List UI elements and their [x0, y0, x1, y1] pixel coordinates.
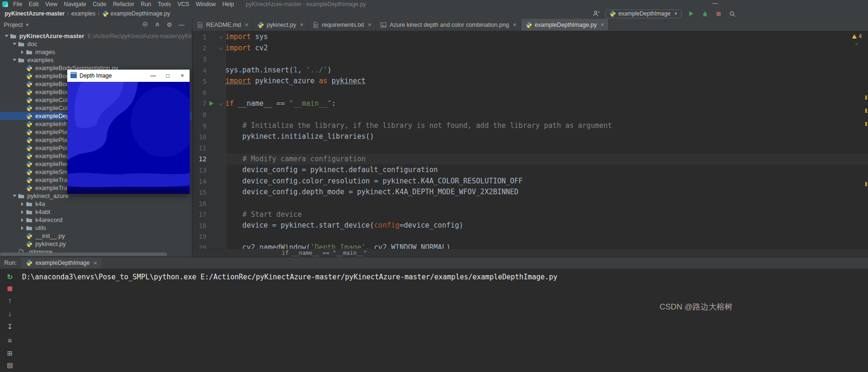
warning-stripe-mark[interactable] — [865, 182, 867, 186]
rerun-icon[interactable]: ↻ — [7, 273, 13, 281]
code-line[interactable]: 8 — [192, 109, 868, 120]
minimize-icon[interactable]: — — [146, 70, 160, 82]
code-line[interactable]: 12 # Modify camera configuration — [192, 154, 868, 165]
menu-help[interactable]: Help — [219, 0, 238, 8]
close-tab-icon[interactable]: × — [245, 21, 248, 28]
tree-item[interactable]: pyKinectAzure-masterE:\ActionRec\pyKinec… — [0, 32, 192, 40]
tree-item[interactable]: k4arecord — [0, 216, 192, 224]
editor-tab[interactable]: exampleDepthImage.py× — [521, 19, 609, 31]
code-line[interactable]: 7if __name__ == "__main__": — [192, 98, 868, 110]
expand-chevron-icon[interactable] — [19, 226, 26, 230]
close-tab-icon[interactable]: × — [94, 260, 97, 267]
run-button[interactable] — [687, 9, 695, 18]
minimize-window-icon[interactable]: — — [709, 0, 722, 7]
menu-view[interactable]: View — [42, 0, 61, 8]
tree-item[interactable]: images — [0, 48, 192, 56]
code-line[interactable]: 3 — [192, 54, 868, 65]
expand-chevron-icon[interactable] — [19, 210, 26, 214]
expand-chevron-icon[interactable] — [11, 43, 18, 45]
code-line[interactable]: 15 device_config.depth_mode = pykinect.K… — [192, 187, 868, 198]
expand-chevron-icon[interactable] — [3, 35, 10, 37]
menu-navigate[interactable]: Navigate — [61, 0, 89, 8]
code-area[interactable]: 1import sys2import cv234sys.path.insert(… — [192, 32, 868, 249]
up-stack-icon[interactable]: ↑ — [8, 296, 12, 304]
menu-code[interactable]: Code — [89, 0, 110, 8]
editor-tab[interactable]: pykinect.py× — [253, 19, 308, 31]
tree-item[interactable]: examples — [0, 56, 192, 64]
close-tab-icon[interactable]: × — [300, 21, 303, 28]
warning-stripe-mark[interactable] — [865, 95, 867, 100]
user-icon[interactable] — [592, 9, 600, 18]
down-stack-icon[interactable]: ↓ — [8, 309, 12, 317]
hide-panel-icon[interactable]: — — [178, 21, 184, 28]
code-line[interactable]: 6 — [192, 87, 868, 98]
inspections-widget[interactable]: 4 ✓ — [852, 33, 862, 47]
code-line[interactable]: 16 — [192, 198, 868, 209]
editor-tab[interactable]: requirements.txt× — [308, 19, 376, 31]
code-line[interactable]: 14 device_config.color_resolution = pyki… — [192, 176, 868, 187]
code-line[interactable]: 17 # Start device — [192, 209, 868, 221]
breadcrumb-item[interactable]: pyKinectAzure-master — [5, 10, 64, 17]
gear-icon[interactable]: ⚙ — [167, 21, 172, 28]
menu-refactor[interactable]: Refactor — [110, 0, 137, 8]
breadcrumb-item[interactable]: exampleDepthImage.py — [102, 10, 170, 17]
editor-tab[interactable]: README.md× — [192, 19, 253, 31]
breadcrumb-item[interactable]: examples — [71, 10, 95, 17]
expand-chevron-icon[interactable] — [11, 195, 18, 197]
code-line[interactable]: 11 — [192, 142, 868, 154]
code-line[interactable]: 13 device_config = pykinect.default_conf… — [192, 165, 868, 176]
warning-stripe-mark[interactable] — [865, 109, 867, 113]
fold-icon[interactable] — [219, 34, 223, 39]
project-panel-title[interactable]: Project — [4, 21, 23, 28]
depth-window-titlebar[interactable]: Depth Image — □ × — [67, 70, 190, 82]
menu-file[interactable]: File — [10, 0, 25, 8]
search-everywhere-icon[interactable] — [728, 9, 736, 18]
close-tab-icon[interactable]: × — [368, 21, 372, 28]
expand-chevron-icon[interactable] — [19, 218, 26, 222]
tree-item[interactable]: pykinect.py — [0, 240, 192, 248]
editor-tab[interactable]: Azure kinect depth and color combination… — [376, 19, 521, 31]
code-line[interactable]: 9 # Initialize the library, if the libra… — [192, 120, 868, 132]
expand-chevron-icon[interactable] — [19, 202, 26, 206]
editor-breadcrumb[interactable]: if __name__ == "__main__" — [192, 249, 868, 257]
code-line[interactable]: 19 — [192, 231, 868, 243]
tree-item[interactable]: k4a — [0, 200, 192, 208]
horizontal-scrollbar[interactable] — [0, 253, 167, 256]
maximize-icon[interactable]: □ — [160, 70, 175, 82]
run-line-icon[interactable] — [209, 101, 214, 106]
close-tab-icon[interactable]: × — [601, 21, 605, 28]
code-line[interactable]: 5import pykinect_azure as pykinect — [192, 76, 868, 87]
menu-tools[interactable]: Tools — [154, 0, 174, 8]
close-icon[interactable]: × — [175, 70, 190, 82]
expand-chevron-icon[interactable] — [19, 50, 26, 54]
chevron-down-icon[interactable]: ▼ — [25, 23, 29, 27]
stop-button[interactable] — [714, 9, 723, 18]
expand-chevron-icon[interactable] — [11, 59, 18, 61]
layout-icon[interactable]: ▤ — [7, 361, 13, 369]
menu-edit[interactable]: Edit — [25, 0, 42, 8]
code-line[interactable]: 18 device = pykinect.start_device(config… — [192, 220, 868, 231]
menu-run[interactable]: Run — [137, 0, 154, 8]
debug-button[interactable] — [701, 9, 709, 18]
fold-icon[interactable] — [219, 101, 223, 105]
locate-file-icon[interactable] — [142, 21, 148, 29]
stop-icon[interactable] — [8, 286, 12, 291]
code-line[interactable]: 4sys.path.insert(1, '../') — [192, 65, 868, 76]
soft-wrap-icon[interactable]: ≡ — [8, 336, 12, 344]
code-line[interactable]: 2import cv2 — [192, 43, 868, 54]
editor[interactable]: 1import sys2import cv234sys.path.insert(… — [192, 31, 868, 249]
code-line[interactable]: 10 pykinect.initialize_libraries() — [192, 131, 868, 142]
code-line[interactable]: 1import sys — [192, 32, 868, 43]
run-configuration-select[interactable]: exampleDepthImage ▼ — [605, 9, 682, 18]
close-tab-icon[interactable]: × — [513, 21, 517, 28]
code-line[interactable]: 20 cv2.namedWindow('Depth Image', cv2.WI… — [192, 242, 868, 249]
warning-stripe-mark[interactable] — [865, 122, 867, 126]
collapse-all-icon[interactable] — [154, 21, 160, 29]
menu-vcs[interactable]: VCS — [174, 0, 192, 8]
tree-item[interactable]: doc — [0, 40, 192, 48]
tree-item[interactable]: utils — [0, 224, 192, 232]
tree-item[interactable]: k4abt — [0, 208, 192, 216]
fold-icon[interactable] — [219, 45, 223, 50]
depth-image-window[interactable]: Depth Image — □ × — [67, 70, 190, 194]
menu-window[interactable]: Window — [192, 0, 219, 8]
